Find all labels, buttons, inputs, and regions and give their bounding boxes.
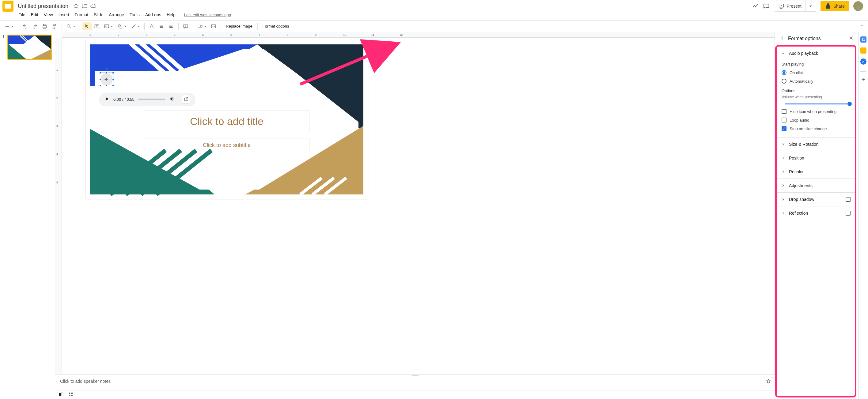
activity-icon[interactable] — [752, 2, 758, 10]
filmstrip-view-icon[interactable] — [58, 392, 64, 398]
audio-object[interactable] — [100, 73, 113, 86]
volume-label: Volume when presenting — [782, 95, 850, 99]
section-audio-playback[interactable]: Audio playback — [777, 46, 855, 60]
chevron-right-icon — [781, 211, 785, 215]
menu-addons[interactable]: Add-ons — [143, 11, 164, 19]
section-adjustments[interactable]: Adjustments — [777, 179, 855, 192]
redo-button[interactable] — [30, 22, 39, 30]
mask-tool[interactable] — [157, 22, 166, 30]
radio-on-click[interactable]: On click — [782, 68, 850, 77]
paint-format-button[interactable] — [50, 22, 59, 30]
section-title: Recolor — [789, 169, 804, 174]
star-icon[interactable] — [73, 3, 79, 9]
line-tool[interactable] — [129, 22, 142, 30]
move-to-icon[interactable] — [82, 3, 87, 9]
check-loop-audio[interactable]: Loop audio — [782, 116, 850, 124]
section-recolor[interactable]: Recolor — [777, 165, 855, 178]
section-title: Size & Rotation — [789, 142, 819, 147]
calendar-chip-icon[interactable]: 31 — [860, 36, 866, 42]
format-options-button[interactable]: Format options — [260, 23, 292, 30]
reflection-toggle[interactable] — [846, 211, 850, 215]
doc-title[interactable]: Untitled presentation — [16, 2, 70, 10]
title-placeholder[interactable]: Click to add title — [144, 110, 309, 132]
section-title: Reflection — [789, 211, 808, 215]
section-title: Adjustments — [789, 183, 812, 188]
account-avatar[interactable] — [853, 1, 863, 11]
svg-marker-12 — [8, 44, 26, 59]
textbox-tool[interactable] — [92, 22, 101, 30]
share-button[interactable]: Share — [820, 1, 849, 11]
section-title: Drop shadow — [789, 197, 814, 202]
drop-shadow-toggle[interactable] — [846, 197, 850, 202]
menu-format[interactable]: Format — [72, 11, 91, 19]
image-tool[interactable] — [102, 22, 115, 30]
select-tool[interactable] — [83, 22, 92, 30]
zoom-button[interactable] — [64, 22, 77, 30]
comments-icon[interactable] — [763, 2, 770, 10]
slide-canvas[interactable]: 1 2 3 4 5 6 7 8 9 10 11 12 1 2 3 4 5 — [55, 32, 775, 374]
check-stop-on-change[interactable]: Stop on slide change — [782, 124, 850, 133]
format-options-title: Format options — [788, 36, 821, 41]
new-slide-button[interactable] — [2, 22, 15, 30]
slide-thumbnail-1[interactable] — [7, 35, 52, 60]
border-tool[interactable] — [167, 22, 176, 30]
collapse-toolbar-icon[interactable] — [857, 22, 866, 30]
replace-image-button[interactable]: Replace image — [223, 23, 255, 30]
section-size-rotation[interactable]: Size & Rotation — [777, 137, 855, 151]
last-edit-link[interactable]: Last edit was seconds ago — [184, 12, 231, 17]
section-position[interactable]: Position — [777, 151, 855, 165]
checkbox-icon — [782, 126, 786, 131]
menu-slide[interactable]: Slide — [91, 11, 106, 19]
play-icon[interactable] — [104, 96, 110, 103]
section-title: Position — [789, 156, 804, 161]
svg-marker-10 — [35, 35, 51, 49]
keep-chip-icon[interactable] — [860, 47, 866, 54]
present-dropdown-icon[interactable] — [806, 1, 816, 12]
comment-tool[interactable] — [181, 22, 190, 30]
chevron-right-icon — [781, 197, 785, 201]
volume-icon[interactable] — [169, 96, 174, 103]
menu-file[interactable]: File — [16, 11, 28, 19]
menu-view[interactable]: View — [41, 11, 56, 19]
audio-seekbar[interactable] — [138, 99, 165, 100]
section-drop-shadow[interactable]: Drop shadow — [777, 193, 855, 206]
present-button[interactable]: Present — [774, 1, 805, 12]
svg-rect-45 — [71, 393, 73, 394]
popout-icon[interactable] — [182, 95, 190, 103]
check-hide-icon[interactable]: Hide icon when presenting — [782, 107, 850, 116]
menu-edit[interactable]: Edit — [29, 11, 41, 19]
subtitle-placeholder[interactable]: Click to add subtitle — [144, 138, 309, 152]
svg-rect-46 — [69, 395, 70, 397]
slide-thumbnails-panel: 1 — [0, 32, 55, 399]
close-icon[interactable] — [848, 35, 854, 42]
slide-stage[interactable]: Click to add title Click to add subtitle — [86, 40, 368, 199]
svg-rect-7 — [201, 25, 202, 27]
annotation-highlight: Audio playback Start playing On click Au… — [775, 45, 856, 397]
crop-tool[interactable] — [147, 22, 156, 30]
undo-button[interactable] — [21, 22, 30, 30]
audio-player[interactable]: 0:00 / 40:55 — [99, 93, 195, 106]
status-bar — [55, 390, 775, 399]
reset-image-tool[interactable] — [209, 22, 218, 30]
radio-automatically[interactable]: Automatically — [782, 77, 850, 86]
transition-tool[interactable] — [195, 22, 208, 30]
svg-point-0 — [67, 25, 70, 27]
addons-plus-icon[interactable]: + — [860, 76, 866, 83]
menu-help[interactable]: Help — [164, 11, 178, 19]
section-reflection[interactable]: Reflection — [777, 206, 855, 220]
svg-rect-42 — [59, 393, 61, 396]
shape-tool[interactable] — [116, 22, 128, 30]
speaker-notes[interactable]: Click to add speaker notes — [55, 376, 775, 390]
grid-view-icon[interactable] — [68, 392, 73, 398]
start-playing-label: Start playing — [782, 62, 850, 66]
slides-app-logo[interactable] — [2, 1, 13, 12]
back-icon[interactable] — [779, 35, 785, 42]
print-button[interactable] — [40, 22, 49, 30]
menu-tools[interactable]: Tools — [127, 11, 142, 19]
menu-arrange[interactable]: Arrange — [106, 11, 127, 19]
volume-slider[interactable] — [785, 101, 850, 106]
cloud-status-icon[interactable] — [90, 3, 96, 9]
menu-insert[interactable]: Insert — [56, 11, 72, 19]
svg-point-4 — [118, 25, 121, 27]
tasks-chip-icon[interactable]: ✓ — [860, 59, 866, 65]
